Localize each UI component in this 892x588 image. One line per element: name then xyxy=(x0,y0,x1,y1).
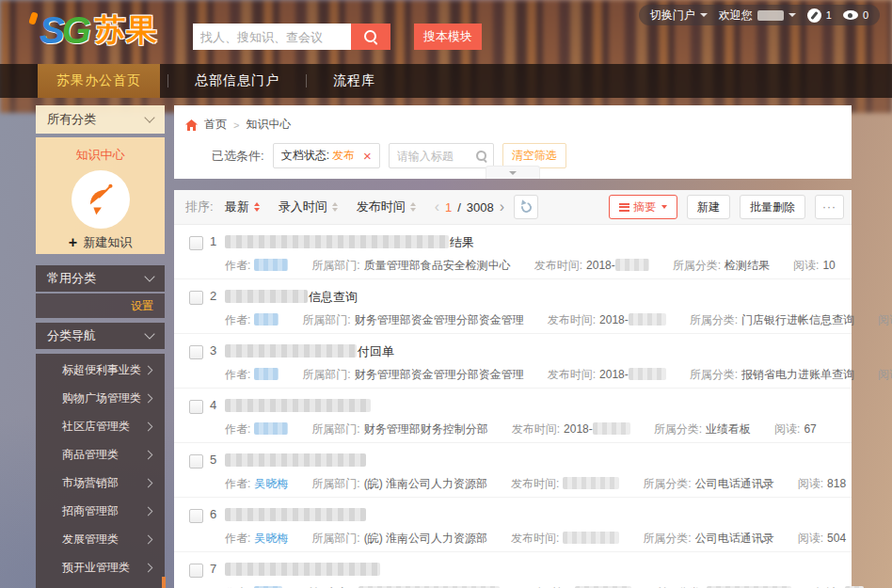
main-nav: 苏果办公首页 总部信息门户 流程库 xyxy=(0,64,892,98)
dept-label: 所属部门: xyxy=(302,368,350,381)
search-button[interactable] xyxy=(351,24,390,50)
search-module-button[interactable]: 搜本模块 xyxy=(414,24,482,50)
item-publish-date xyxy=(563,532,619,545)
user-toolbar: 切换门户 欢迎您 1 0 xyxy=(639,5,880,25)
sort-arrows-icon xyxy=(410,202,416,212)
sort-option[interactable]: 最新 xyxy=(225,199,260,215)
sidebar-category-item[interactable]: 发展管理类 xyxy=(36,525,165,553)
publish-label: 发布时间: xyxy=(511,532,559,545)
sort-options: 最新 录入时间 发布时间 xyxy=(225,199,416,215)
meta-category: 所属分类:公司电话通讯录 xyxy=(643,531,773,547)
item-title[interactable] xyxy=(225,507,840,523)
read-notifications[interactable]: 0 xyxy=(843,9,868,21)
filter-row: 已选条件: 文档状态: 发布 × 清空筛选 xyxy=(212,143,852,168)
global-search-input[interactable] xyxy=(193,24,351,50)
item-meta: 作者: 所属部门:财务管理部资金管理分部资金管理 发布时间:2018- 所属分类… xyxy=(225,312,840,328)
knowledge-item-row: 7 作者: 所属部门: 发布时间: 所属分类: 阅读: xyxy=(174,552,852,588)
sidebar-category-nav[interactable]: 分类导航 xyxy=(36,323,165,349)
chip-close-icon[interactable]: × xyxy=(363,149,372,163)
chevron-right-icon xyxy=(144,393,153,403)
category-label: 所属分类: xyxy=(673,259,721,272)
sidebar-category-item[interactable]: 市场营销部 xyxy=(36,469,165,497)
todo-notifications[interactable]: 1 xyxy=(807,8,832,23)
next-page-button[interactable]: › xyxy=(500,199,504,215)
item-reads: 504 xyxy=(827,532,846,545)
settings-button[interactable]: 设置 xyxy=(131,298,153,314)
main-content: 首页 > 知识中心 已选条件: 文档状态: 发布 × 清空筛选 xyxy=(174,105,852,588)
summary-toggle-button[interactable]: 摘要 xyxy=(609,195,677,219)
meta-publish: 发布时间: xyxy=(511,476,619,492)
item-department: 质量管理部食品安全检测中心 xyxy=(364,259,511,272)
nav-tab[interactable]: 总部信息门户 xyxy=(176,64,298,98)
nav-tab[interactable]: 流程库 xyxy=(314,64,394,98)
item-author[interactable] xyxy=(254,259,288,272)
item-author[interactable]: 吴晓梅 xyxy=(254,477,288,490)
category-item-label: 标超便利事业类 xyxy=(62,362,141,378)
more-actions-button[interactable]: ··· xyxy=(815,195,844,219)
row-checkbox[interactable] xyxy=(189,400,203,414)
satellite-icon xyxy=(83,182,119,217)
sidebar-category-item[interactable]: 标超便利事业类 xyxy=(36,356,165,384)
sidebar-category-item[interactable]: 社区店管理类 xyxy=(36,412,165,440)
refresh-button[interactable] xyxy=(514,195,538,219)
sidebar-category-item[interactable]: 商品管理类 xyxy=(36,440,165,469)
item-author[interactable] xyxy=(254,313,279,326)
row-checkbox[interactable] xyxy=(189,345,203,359)
prev-page-button[interactable]: ‹ xyxy=(435,199,439,215)
meta-department: 所属部门:(皖) 淮南公司人力资源部 xyxy=(311,531,487,547)
new-button[interactable]: 新建 xyxy=(687,195,730,219)
sidebar-category-item[interactable]: 购物广场管理类 xyxy=(36,384,165,412)
author-label: 作者: xyxy=(225,368,250,381)
sidebar-category-item[interactable]: 大卖场事业部类 xyxy=(36,581,165,588)
item-author[interactable]: 吴晓梅 xyxy=(254,532,288,545)
item-title[interactable]: 信息查询 xyxy=(225,289,840,305)
meta-department: 所属部门:(皖) 淮南公司人力资源部 xyxy=(311,476,487,492)
all-categories-label: 所有分类 xyxy=(47,111,96,128)
item-meta: 作者:吴晓梅 所属部门:(皖) 淮南公司人力资源部 发布时间: 所属分类:公司电… xyxy=(225,476,840,492)
list-icon xyxy=(619,203,629,212)
row-checkbox[interactable] xyxy=(189,236,203,250)
chevron-right-icon xyxy=(144,421,153,431)
breadcrumb-home[interactable]: 首页 xyxy=(204,117,227,133)
knowledge-item-row: 1 结果 作者: 所属部门:质量管理部食品安全检测中心 发布时间:2018- 所… xyxy=(174,225,852,279)
row-checkbox[interactable] xyxy=(189,291,203,305)
row-checkbox[interactable] xyxy=(189,454,203,469)
item-title[interactable] xyxy=(225,453,840,469)
search-icon[interactable] xyxy=(476,151,487,162)
row-checkbox[interactable] xyxy=(189,509,203,523)
author-label: 作者: xyxy=(225,313,250,326)
knowledge-item-row: 6 作者:吴晓梅 所属部门:(皖) 淮南公司人力资源部 发布时间: 所属分类:公… xyxy=(174,498,852,552)
item-category: 报销省电力进账单查询 xyxy=(741,368,854,381)
row-checkbox[interactable] xyxy=(189,564,203,578)
item-title[interactable] xyxy=(225,398,840,414)
clear-filters-button[interactable]: 清空筛选 xyxy=(502,143,566,168)
sidebar-all-categories[interactable]: 所有分类 xyxy=(36,105,165,134)
row-number: 4 xyxy=(210,398,225,412)
new-knowledge-button[interactable]: + 新建知识 xyxy=(36,234,165,251)
breadcrumb-current: 知识中心 xyxy=(246,117,291,133)
item-reads: 67 xyxy=(804,422,816,436)
sidebar-category-item[interactable]: 招商管理部 xyxy=(36,497,165,525)
batch-delete-button[interactable]: 批量删除 xyxy=(740,195,805,219)
breadcrumb-separator: > xyxy=(233,119,239,131)
sort-option[interactable]: 发布时间 xyxy=(357,199,416,215)
page: S G 苏果 搜本模块 切换门户 欢迎您 1 xyxy=(0,0,892,588)
item-author[interactable] xyxy=(254,422,288,436)
refresh-icon xyxy=(519,199,534,214)
knowledge-list: 1 结果 作者: 所属部门:质量管理部食品安全检测中心 发布时间:2018- 所… xyxy=(174,225,852,588)
row-main: 信息查询 作者: 所属部门:财务管理部资金管理分部资金管理 发布时间:2018-… xyxy=(225,289,840,328)
item-author[interactable] xyxy=(254,368,279,381)
collapse-panel-tab[interactable] xyxy=(486,166,540,179)
sort-option-label: 最新 xyxy=(225,199,249,215)
welcome-user-menu[interactable]: 欢迎您 xyxy=(719,8,796,24)
sort-option[interactable]: 录入时间 xyxy=(279,199,338,215)
item-title[interactable]: 付回单 xyxy=(225,343,840,359)
plus-icon: + xyxy=(69,235,77,250)
nav-tab[interactable]: 苏果办公首页 xyxy=(38,64,160,98)
item-title[interactable] xyxy=(225,562,840,578)
item-title[interactable]: 结果 xyxy=(225,234,840,250)
sidebar-common-categories[interactable]: 常用分类 xyxy=(36,265,165,292)
switch-portal-button[interactable]: 切换门户 xyxy=(650,8,708,24)
chip-key: 文档状态: xyxy=(281,148,329,164)
sidebar-category-item[interactable]: 预开业管理类 xyxy=(36,553,165,581)
